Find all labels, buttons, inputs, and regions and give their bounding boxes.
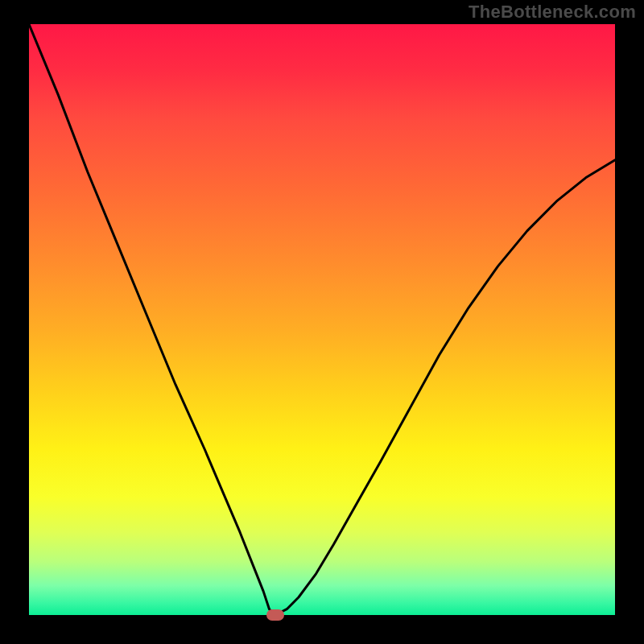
minimum-marker <box>266 609 284 621</box>
curve-plot <box>29 24 615 615</box>
chart-container: TheBottleneck.com <box>0 0 644 644</box>
curve-path <box>29 24 615 615</box>
watermark-text: TheBottleneck.com <box>469 2 636 23</box>
